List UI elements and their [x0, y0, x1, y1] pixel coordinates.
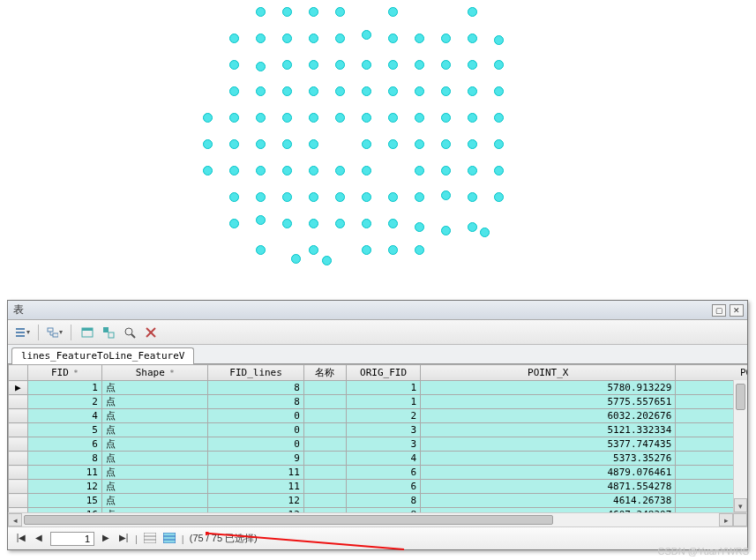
point-feature[interactable] — [309, 60, 318, 70]
point-feature[interactable] — [203, 113, 213, 123]
show-selected-records-icon[interactable] — [162, 533, 176, 545]
cell-fid_lines[interactable]: 0 — [208, 437, 303, 452]
cell-shape[interactable]: 点 — [101, 494, 207, 508]
point-feature[interactable] — [362, 166, 371, 175]
point-feature[interactable] — [282, 219, 292, 228]
cell-shape[interactable]: 点 — [101, 452, 207, 466]
vertical-scrollbar[interactable]: ▾ — [733, 380, 747, 512]
cell-shape[interactable]: 点 — [101, 409, 207, 423]
cell-shape[interactable]: 点 — [101, 395, 207, 409]
map-canvas[interactable] — [0, 0, 756, 300]
table-row[interactable]: 2点815775.55765146 — [9, 395, 748, 409]
point-feature[interactable] — [256, 62, 266, 71]
point-feature[interactable] — [335, 60, 345, 70]
cell-orig_fid[interactable]: 6 — [346, 480, 420, 494]
point-feature[interactable] — [362, 86, 371, 96]
point-feature[interactable] — [415, 139, 424, 149]
point-feature[interactable] — [494, 192, 504, 202]
point-feature[interactable] — [282, 86, 292, 96]
first-record-button[interactable]: |◀ — [15, 533, 27, 545]
cell-name[interactable] — [303, 466, 346, 480]
cell-name[interactable] — [303, 395, 346, 409]
current-record-input[interactable] — [50, 532, 94, 546]
cell-point_x[interactable]: 5373.35276 — [421, 452, 676, 466]
point-feature[interactable] — [256, 245, 266, 255]
point-feature[interactable] — [494, 166, 504, 175]
point-feature[interactable] — [362, 139, 371, 149]
cell-point_x[interactable]: 6032.202676 — [421, 409, 676, 423]
cell-orig_fid[interactable]: 6 — [346, 466, 420, 480]
cell-fid_lines[interactable]: 0 — [208, 409, 303, 423]
point-feature[interactable] — [256, 34, 266, 43]
cell-fid[interactable]: 1 — [27, 381, 101, 395]
cell-point_x[interactable]: 5780.913229 — [421, 381, 676, 395]
point-feature[interactable] — [309, 192, 318, 202]
point-feature[interactable] — [388, 34, 398, 43]
point-feature[interactable] — [441, 166, 451, 175]
column-header-point_y[interactable]: POINT_Y — [676, 365, 747, 381]
cell-name[interactable] — [303, 480, 346, 494]
table-row[interactable]: 15点1284614.2673847 — [9, 494, 748, 508]
column-header-shape[interactable]: Shape * — [101, 365, 207, 381]
tab-layer[interactable]: lines_FeatureToLine_FeatureV — [11, 347, 194, 364]
point-feature[interactable] — [468, 192, 477, 202]
point-feature[interactable] — [282, 139, 292, 149]
point-feature[interactable] — [494, 35, 504, 45]
table-row[interactable]: 4点026032.20267647 — [9, 409, 748, 423]
cell-shape[interactable]: 点 — [101, 480, 207, 494]
scroll-down-arrow[interactable]: ▾ — [734, 498, 747, 512]
cell-fid[interactable]: 15 — [27, 494, 101, 508]
row-selector-header[interactable] — [9, 365, 28, 381]
cell-fid[interactable]: 11 — [27, 466, 101, 480]
point-feature[interactable] — [335, 86, 345, 96]
point-feature[interactable] — [388, 192, 398, 202]
point-feature[interactable] — [291, 254, 301, 264]
table-row[interactable]: 5点035121.33233447 — [9, 423, 748, 437]
row-selector[interactable] — [9, 423, 28, 437]
point-feature[interactable] — [441, 226, 451, 235]
cell-shape[interactable]: 点 — [101, 423, 207, 437]
cell-shape[interactable]: 点 — [101, 381, 207, 395]
point-feature[interactable] — [309, 166, 318, 175]
point-feature[interactable] — [203, 139, 213, 149]
point-feature[interactable] — [362, 60, 371, 70]
cell-name[interactable] — [303, 381, 346, 395]
point-feature[interactable] — [415, 60, 424, 70]
point-feature[interactable] — [335, 7, 345, 17]
point-feature[interactable] — [282, 34, 292, 43]
column-header-point_x[interactable]: POINT_X — [421, 365, 676, 381]
point-feature[interactable] — [256, 86, 266, 96]
column-header-fid_lines[interactable]: FID_lines — [208, 365, 303, 381]
point-feature[interactable] — [468, 86, 477, 96]
cell-orig_fid[interactable]: 1 — [346, 381, 420, 395]
point-feature[interactable] — [256, 215, 266, 225]
table-row[interactable]: 8点945373.3527646 — [9, 452, 748, 466]
row-selector[interactable] — [9, 395, 28, 409]
cell-fid[interactable]: 12 — [27, 480, 101, 494]
point-feature[interactable] — [335, 192, 345, 202]
point-feature[interactable] — [494, 86, 504, 96]
point-feature[interactable] — [229, 166, 239, 175]
row-selector[interactable] — [9, 409, 28, 423]
row-selector[interactable] — [9, 494, 28, 508]
clear-selection-icon[interactable] — [142, 324, 160, 341]
table-row[interactable]: 11点1164879.07646147 — [9, 466, 748, 480]
point-feature[interactable] — [441, 190, 451, 200]
point-feature[interactable] — [229, 60, 239, 70]
point-feature[interactable] — [441, 86, 451, 96]
point-feature[interactable] — [256, 113, 266, 123]
point-feature[interactable] — [335, 34, 345, 43]
cell-point_x[interactable]: 4879.076461 — [421, 466, 676, 480]
cell-fid[interactable]: 4 — [27, 409, 101, 423]
point-feature[interactable] — [362, 113, 371, 123]
related-tables-icon[interactable] — [46, 324, 64, 341]
table-row[interactable]: 12点1164871.55427847 — [9, 480, 748, 494]
point-feature[interactable] — [309, 86, 318, 96]
scroll-right-arrow[interactable]: ▸ — [719, 513, 733, 526]
point-feature[interactable] — [322, 256, 332, 265]
point-feature[interactable] — [362, 219, 371, 228]
point-feature[interactable] — [256, 166, 266, 175]
point-feature[interactable] — [480, 228, 490, 237]
scroll-thumb[interactable] — [24, 515, 553, 525]
cell-point_x[interactable]: 4871.554278 — [421, 480, 676, 494]
